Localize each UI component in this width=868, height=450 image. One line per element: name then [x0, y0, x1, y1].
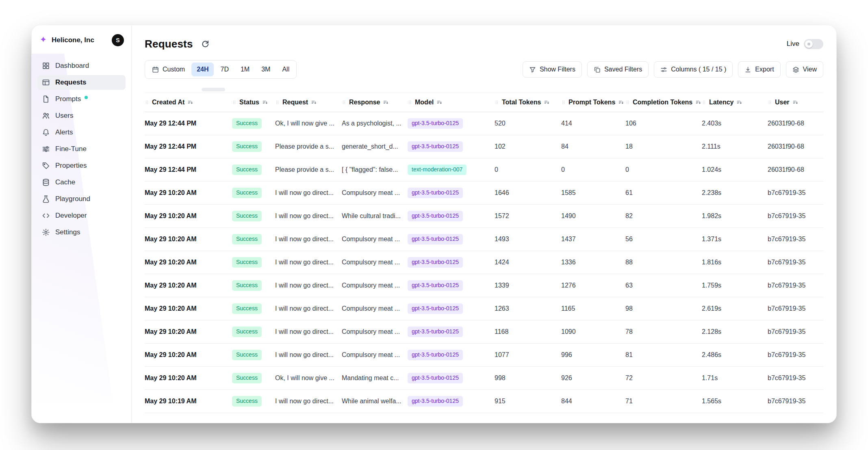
completion-tokens-cell: 71 — [625, 398, 702, 405]
prompt-tokens-cell: 1437 — [561, 236, 625, 243]
sort-icon[interactable] — [262, 100, 268, 106]
drag-grip-icon[interactable] — [702, 100, 706, 105]
sidebar-item-label: Properties — [55, 162, 87, 170]
drag-grip-icon[interactable] — [768, 100, 772, 105]
status-badge: Success — [232, 350, 262, 360]
sidebar-item-label: Users — [55, 112, 73, 120]
column-header[interactable]: Completion Tokens — [625, 99, 702, 106]
org-name: Helicone, Inc — [52, 36, 108, 44]
user-cell: b7c67919-35 — [768, 374, 823, 382]
table-row[interactable]: May 29 10:20 AM Success I will now go di… — [145, 320, 823, 344]
range-button[interactable]: 24H — [191, 63, 214, 76]
response-cell: Compulsory meat ... — [342, 282, 408, 289]
request-cell: I will now go direct... — [275, 305, 342, 312]
range-button[interactable]: 7D — [215, 63, 234, 76]
column-header[interactable]: Model — [408, 99, 495, 106]
sort-icon[interactable] — [736, 100, 742, 106]
export-icon — [744, 66, 751, 73]
table-row[interactable]: May 29 12:44 PM Success Please provide a… — [145, 135, 823, 158]
table-row[interactable]: May 29 10:20 AM Success Ok, I will now g… — [145, 367, 823, 390]
table-row[interactable]: May 29 12:44 PM Success Ok, I will now g… — [145, 112, 823, 135]
model-badge: gpt-3.5-turbo-0125 — [408, 350, 463, 360]
drag-grip-icon[interactable] — [145, 100, 149, 105]
column-header[interactable]: Created At — [145, 99, 232, 106]
toolbar-buttons: Show Filters Saved Filters Columns ( 15 … — [523, 61, 823, 78]
column-header-label: Latency — [709, 99, 733, 106]
total-tokens-cell: 520 — [495, 120, 561, 127]
toolbar-button[interactable]: Show Filters — [523, 61, 582, 78]
column-header[interactable]: Prompt Tokens — [561, 99, 625, 106]
sidebar-item[interactable]: Cache — [37, 175, 126, 190]
sort-icon[interactable] — [383, 100, 389, 106]
sidebar-item[interactable]: Playground — [37, 192, 126, 206]
column-header[interactable]: Status — [232, 99, 275, 106]
model-badge: gpt-3.5-turbo-0125 — [408, 257, 463, 268]
live-toggle[interactable] — [804, 39, 823, 49]
response-cell: Compulsory meat ... — [342, 351, 408, 359]
sidebar-item[interactable]: Dashboard — [37, 58, 126, 73]
sort-icon[interactable] — [436, 100, 443, 106]
dashboard-icon — [42, 62, 50, 70]
status-badge: Success — [232, 118, 262, 129]
range-button[interactable]: 3M — [256, 63, 276, 76]
sidebar-item[interactable]: Properties — [37, 158, 126, 173]
toolbar-button[interactable]: Saved Filters — [587, 61, 649, 78]
horizontal-scrollbar-thumb[interactable] — [202, 88, 225, 91]
column-header[interactable]: Response — [342, 99, 408, 106]
sort-icon[interactable] — [792, 100, 799, 106]
refresh-button[interactable] — [200, 38, 211, 50]
model-badge: gpt-3.5-turbo-0125 — [408, 327, 463, 337]
drag-grip-icon[interactable] — [275, 100, 280, 105]
status-badge: Success — [232, 280, 262, 291]
sidebar-item[interactable]: Requests — [37, 75, 126, 90]
sort-icon[interactable] — [311, 100, 317, 106]
sidebar-item[interactable]: Fine-Tune — [37, 142, 126, 156]
avatar[interactable]: S — [112, 34, 124, 46]
table-row[interactable]: May 29 10:20 AM Success I will now go di… — [145, 251, 823, 274]
column-header[interactable]: Request — [275, 99, 342, 106]
table-row[interactable]: May 29 12:44 PM Success Please provide a… — [145, 158, 823, 182]
sidebar-item[interactable]: Developer — [37, 208, 126, 223]
range-button[interactable]: All — [277, 63, 295, 76]
table-row[interactable]: May 29 10:20 AM Success I will now go di… — [145, 228, 823, 251]
table-row[interactable]: May 29 10:19 AM Success I will now go di… — [145, 390, 823, 413]
column-header-label: Completion Tokens — [633, 99, 692, 106]
sort-icon[interactable] — [695, 100, 701, 106]
table-row[interactable]: May 29 10:20 AM Success I will now go di… — [145, 205, 823, 228]
total-tokens-cell: 1493 — [495, 236, 561, 243]
sidebar-item[interactable]: Users — [37, 108, 126, 123]
sidebar-item[interactable]: Alerts — [37, 125, 126, 140]
custom-date-button[interactable]: Custom — [147, 66, 190, 73]
column-header[interactable]: Latency — [702, 99, 768, 106]
status-badge: Success — [232, 373, 262, 383]
latency-cell: 2.111s — [702, 143, 768, 150]
table-row[interactable]: May 29 10:20 AM Success I will now go di… — [145, 344, 823, 367]
toolbar-button[interactable]: Columns ( 15 / 15 ) — [654, 61, 733, 78]
sort-icon[interactable] — [544, 100, 550, 106]
created-at-cell: May 29 12:44 PM — [145, 120, 232, 127]
table-row[interactable]: May 29 10:20 AM Success I will now go di… — [145, 274, 823, 297]
toolbar-button[interactable]: View — [786, 61, 823, 78]
org-switcher[interactable]: Helicone, Inc S — [32, 32, 131, 48]
main-content: Requests Live Custom 24H7D1M3MAll Show F… — [132, 25, 836, 423]
drag-grip-icon[interactable] — [495, 100, 499, 105]
response-cell: Compulsory meat ... — [342, 236, 408, 243]
column-header[interactable]: Total Tokens — [495, 99, 561, 106]
calendar-icon — [152, 66, 159, 73]
drag-grip-icon[interactable] — [561, 100, 566, 105]
sort-icon[interactable] — [618, 100, 624, 106]
sidebar-item[interactable]: Settings — [37, 225, 126, 240]
completion-tokens-cell: 63 — [625, 282, 702, 289]
column-header[interactable]: User — [768, 99, 823, 106]
drag-grip-icon[interactable] — [625, 100, 630, 105]
sort-icon[interactable] — [187, 100, 193, 106]
sidebar-item[interactable]: Prompts — [37, 92, 126, 106]
drag-grip-icon[interactable] — [408, 100, 412, 105]
range-button[interactable]: 1M — [235, 63, 255, 76]
sidebar-item-label: Fine-Tune — [55, 145, 87, 153]
drag-grip-icon[interactable] — [232, 100, 237, 105]
drag-grip-icon[interactable] — [342, 100, 346, 105]
table-row[interactable]: May 29 10:20 AM Success I will now go di… — [145, 297, 823, 320]
toolbar-button[interactable]: Export — [738, 61, 780, 78]
table-row[interactable]: May 29 10:20 AM Success I will now go di… — [145, 182, 823, 205]
